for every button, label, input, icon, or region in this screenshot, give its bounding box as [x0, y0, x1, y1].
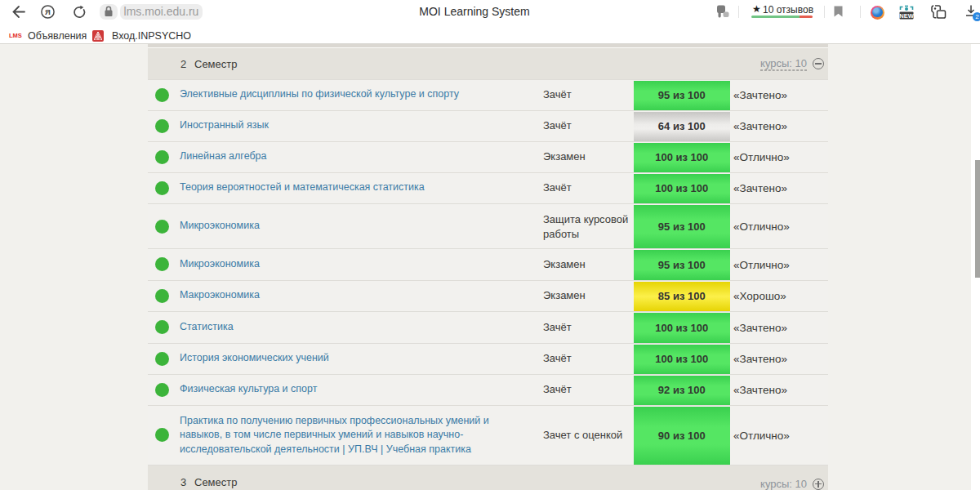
svg-text:NEW: NEW	[899, 12, 914, 20]
svg-text:Я: Я	[45, 7, 51, 16]
